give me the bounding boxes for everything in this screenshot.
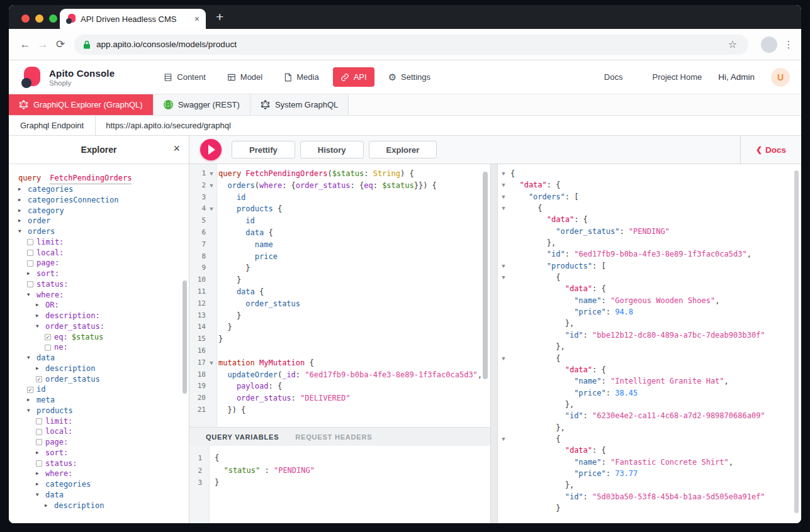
chevron-collapsed-icon[interactable]: ▶ xyxy=(36,468,45,479)
checkbox-unchecked[interactable] xyxy=(36,429,42,435)
chevron-expanded-icon[interactable]: ▼ xyxy=(27,353,37,363)
tree-row[interactable]: ▶categories xyxy=(9,479,189,490)
chevron-expanded-icon[interactable]: ▼ xyxy=(36,490,45,501)
tab-graphiql-explorer[interactable]: GraphiQL Explorer (GraphQL) xyxy=(9,94,154,115)
tree-row[interactable]: page: xyxy=(9,437,189,448)
chevron-collapsed-icon[interactable]: ▶ xyxy=(18,216,28,226)
chevron-collapsed-icon[interactable]: ▶ xyxy=(36,479,45,490)
query-editor[interactable]: 1▼query FetchPendingOrders($status: Stri… xyxy=(189,164,490,427)
tree-row[interactable]: ▶description xyxy=(9,363,189,374)
chevron-expanded-icon[interactable]: ▼ xyxy=(27,406,37,416)
checkbox-unchecked[interactable] xyxy=(27,281,33,287)
fold-arrow-icon[interactable]: ▼ xyxy=(498,179,509,191)
tree-row[interactable]: page: xyxy=(9,258,189,269)
checkbox-unchecked[interactable] xyxy=(36,418,42,424)
checkbox-checked[interactable] xyxy=(36,376,42,382)
fold-arrow-icon[interactable]: ▼ xyxy=(498,433,509,445)
browser-profile-avatar[interactable] xyxy=(761,36,777,53)
checkbox-checked[interactable] xyxy=(45,334,51,340)
chevron-collapsed-icon[interactable]: ▶ xyxy=(27,269,37,279)
user-avatar[interactable]: U xyxy=(771,68,790,87)
tree-row[interactable]: ▶meta xyxy=(9,395,189,406)
sidebar-scrollbar[interactable] xyxy=(183,280,187,394)
tree-row[interactable]: ▶categoriesConnection xyxy=(9,195,189,206)
tab-close-icon[interactable]: × xyxy=(194,14,200,24)
tree-row[interactable]: status: xyxy=(9,458,189,469)
nav-item-api[interactable]: API xyxy=(333,67,374,87)
forward-icon[interactable]: → xyxy=(34,38,52,51)
tree-row[interactable]: id xyxy=(9,384,189,395)
chevron-collapsed-icon[interactable]: ▶ xyxy=(36,363,45,374)
tree-row[interactable]: ▶OR: xyxy=(9,300,189,311)
chevron-collapsed-icon[interactable]: ▶ xyxy=(45,501,54,511)
tree-row[interactable]: ▶category xyxy=(9,206,189,216)
tree-row[interactable]: local: xyxy=(9,248,189,258)
pane-resize-handle[interactable] xyxy=(490,164,498,523)
checkbox-unchecked[interactable] xyxy=(45,345,51,351)
tree-row[interactable]: ▼data xyxy=(9,353,189,363)
checkbox-unchecked[interactable] xyxy=(27,250,33,256)
fold-arrow-icon[interactable]: ▼ xyxy=(498,168,509,179)
tree-row[interactable]: ▶sort: xyxy=(9,269,189,279)
new-tab-button[interactable]: + xyxy=(216,8,223,26)
docs-panel-toggle[interactable]: ❮ Docs xyxy=(741,145,801,155)
tree-row[interactable]: ne: xyxy=(9,342,189,353)
checkbox-unchecked[interactable] xyxy=(36,460,42,467)
chevron-expanded-icon[interactable]: ▼ xyxy=(18,226,28,237)
checkbox-unchecked[interactable] xyxy=(27,260,33,267)
explorer-toggle-button[interactable]: Explorer xyxy=(369,141,437,158)
nav-item-media[interactable]: Media xyxy=(276,67,326,87)
fold-arrow-icon[interactable]: ▼ xyxy=(498,272,509,283)
tree-row[interactable]: limit: xyxy=(9,237,189,248)
fold-arrow-icon[interactable]: ▼ xyxy=(206,203,217,215)
tree-row[interactable]: ▶categories xyxy=(9,184,189,195)
tree-row[interactable]: eq:$status xyxy=(9,332,189,343)
close-icon[interactable]: × xyxy=(173,142,180,155)
tree-row[interactable]: ▼orders xyxy=(9,226,189,237)
tree-row[interactable]: order_status xyxy=(9,374,189,385)
back-icon[interactable]: ← xyxy=(16,38,34,51)
chevron-collapsed-icon[interactable]: ▶ xyxy=(18,184,28,195)
browser-tab[interactable]: API Driven Headless CMS × xyxy=(60,9,206,29)
fold-arrow-icon[interactable]: ▼ xyxy=(206,180,217,192)
operation-name-input[interactable]: FetchPendingOrders xyxy=(50,173,132,184)
results-pane[interactable]: ▼{▼ "data": {▼ "orders": [▼ { "data": { … xyxy=(498,164,801,523)
explorer-tree[interactable]: query FetchPendingOrders ▶categories▶cat… xyxy=(9,164,189,523)
checkbox-unchecked[interactable] xyxy=(27,239,33,245)
minimize-window-button[interactable] xyxy=(35,14,43,23)
chevron-expanded-icon[interactable]: ▼ xyxy=(27,290,37,301)
tree-row[interactable]: ▼data xyxy=(9,490,189,501)
project-home-link[interactable]: Project Home xyxy=(639,72,702,82)
tab-swagger-rest[interactable]: {;} Swagger (REST) xyxy=(154,94,250,115)
tab-request-headers[interactable]: REQUEST HEADERS xyxy=(295,433,372,441)
fold-arrow-icon[interactable]: ▼ xyxy=(498,202,509,214)
tree-row[interactable]: limit: xyxy=(9,416,189,427)
bookmark-star-icon[interactable]: ☆ xyxy=(728,38,737,50)
close-window-button[interactable] xyxy=(21,14,30,23)
variables-editor[interactable]: 1{2 "status" : "PENDING"3} xyxy=(189,446,490,523)
fold-arrow-icon[interactable]: ▼ xyxy=(498,260,509,272)
apito-logo[interactable] xyxy=(20,67,42,88)
fold-arrow-icon[interactable]: ▼ xyxy=(206,168,217,180)
checkbox-unchecked[interactable] xyxy=(36,439,42,445)
tree-row[interactable]: ▶description: xyxy=(9,311,189,321)
browser-menu-icon[interactable]: ⋮ xyxy=(784,39,794,50)
execute-query-button[interactable] xyxy=(200,139,222,160)
fold-arrow-icon[interactable]: ▼ xyxy=(498,191,509,202)
prettify-button[interactable]: Prettify xyxy=(232,141,295,158)
fold-arrow-icon[interactable]: ▼ xyxy=(206,357,217,369)
fold-arrow-icon[interactable]: ▼ xyxy=(498,353,509,364)
nav-item-content[interactable]: Content xyxy=(156,67,213,87)
editor-scrollbar[interactable] xyxy=(483,172,488,379)
tree-row[interactable]: status: xyxy=(9,279,189,290)
chevron-collapsed-icon[interactable]: ▶ xyxy=(18,206,28,216)
tree-row[interactable]: ▶order xyxy=(9,216,189,226)
nav-item-settings[interactable]: ⚙ Settings xyxy=(381,67,438,88)
chevron-collapsed-icon[interactable]: ▶ xyxy=(27,395,37,406)
tree-row[interactable]: ▼where: xyxy=(9,290,189,301)
chevron-collapsed-icon[interactable]: ▶ xyxy=(18,195,28,206)
reload-icon[interactable]: ⟳ xyxy=(52,38,69,51)
tree-row[interactable]: ▶sort: xyxy=(9,448,189,458)
fullscreen-window-button[interactable] xyxy=(49,14,57,23)
chevron-collapsed-icon[interactable]: ▶ xyxy=(36,300,45,311)
